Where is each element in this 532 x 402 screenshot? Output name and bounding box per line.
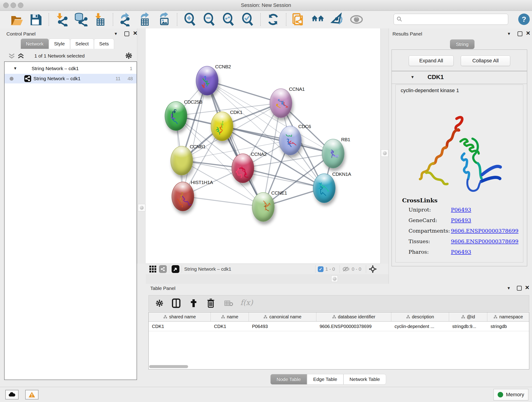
share-view-icon[interactable] bbox=[159, 265, 167, 273]
export-table-icon[interactable] bbox=[138, 13, 152, 26]
network-collection-row[interactable]: ▼ String Network – cdk1 1 bbox=[5, 64, 137, 73]
edge-CCNB2-HIST1H1A[interactable] bbox=[183, 80, 207, 196]
right-splitter-handle[interactable] bbox=[381, 149, 388, 157]
home-layout-icon[interactable] bbox=[311, 13, 325, 26]
node-CDK1[interactable] bbox=[211, 112, 233, 141]
expand-all-icon[interactable] bbox=[17, 53, 24, 59]
float-results-icon[interactable] bbox=[518, 32, 522, 36]
collapse-table-icon[interactable]: ▼ bbox=[507, 286, 511, 291]
tab-network-table[interactable]: Network Table bbox=[343, 374, 386, 385]
crosslink-value-link[interactable]: P06493 bbox=[451, 249, 471, 255]
float-table-icon[interactable] bbox=[517, 286, 522, 291]
search-input[interactable] bbox=[403, 16, 508, 22]
table-cell[interactable]: CDK1 bbox=[149, 322, 211, 331]
node-CDKN1A[interactable] bbox=[313, 173, 336, 203]
node-CCNB1[interactable] bbox=[171, 146, 193, 175]
collapse-all-button[interactable]: Collapse All bbox=[461, 56, 510, 66]
tab-node-table[interactable]: Node Table bbox=[270, 374, 307, 385]
tab-network[interactable]: Network bbox=[21, 38, 49, 49]
left-splitter-handle[interactable] bbox=[138, 204, 145, 211]
table-options-gear-icon[interactable] bbox=[155, 299, 164, 307]
create-column-icon[interactable] bbox=[189, 298, 198, 308]
tab-style[interactable]: Style bbox=[49, 38, 70, 49]
column-header-name[interactable]: name bbox=[211, 313, 249, 322]
expand-all-button[interactable]: Expand All bbox=[409, 56, 454, 66]
collapse-protein-icon[interactable]: ▼ bbox=[411, 75, 414, 80]
table-horizontal-scrollbar[interactable] bbox=[149, 365, 188, 368]
network-row-selected[interactable]: String Network – cdk1 11 48 bbox=[5, 74, 137, 83]
tab-select[interactable]: Select bbox=[70, 38, 94, 49]
node-CCNE1[interactable] bbox=[252, 192, 274, 222]
tab-sets[interactable]: Sets bbox=[94, 38, 114, 49]
left-splitter[interactable] bbox=[137, 28, 146, 264]
crosslink-value-link[interactable]: 9606.ENSP00000378699 bbox=[451, 238, 519, 244]
zoom-out-icon[interactable] bbox=[202, 13, 216, 26]
float-panel-icon[interactable] bbox=[124, 32, 129, 36]
memory-button[interactable]: Memory bbox=[494, 389, 528, 400]
collapse-results-icon[interactable]: ▼ bbox=[507, 32, 511, 36]
column-header-@id[interactable]: @id bbox=[449, 313, 487, 322]
table-cell[interactable]: 9606.ENSP00000378699 bbox=[317, 322, 391, 331]
show-columns-icon[interactable] bbox=[172, 298, 181, 308]
edge-CCNB2-CCNE1[interactable] bbox=[207, 80, 263, 207]
table-cell[interactable]: cyclin-dependent ... bbox=[391, 322, 449, 331]
tree-expand-icon[interactable]: ▼ bbox=[13, 64, 17, 73]
column-header-shared-name[interactable]: shared name bbox=[149, 313, 211, 322]
export-network-icon[interactable] bbox=[118, 13, 133, 26]
column-header-database-identifier[interactable]: database identifier bbox=[317, 313, 391, 322]
network-canvas[interactable]: CCNB2CCNA1CDC25BCDK1CDC6RB1CCNB1CCNA2CDK… bbox=[146, 28, 380, 264]
zoom-selected-icon[interactable] bbox=[240, 13, 255, 26]
import-network-file-icon[interactable] bbox=[54, 13, 69, 26]
show-all-icon[interactable] bbox=[349, 13, 364, 26]
node-HIST1H1A[interactable] bbox=[172, 182, 194, 211]
zoom-in-icon[interactable] bbox=[182, 13, 197, 26]
import-network-database-icon[interactable] bbox=[73, 13, 88, 26]
node-table[interactable]: shared namenamecanonical namedatabase id… bbox=[148, 312, 529, 370]
bottom-splitter-handle[interactable] bbox=[331, 275, 338, 282]
hide-selected-icon[interactable] bbox=[330, 13, 345, 26]
export-image-icon[interactable] bbox=[157, 13, 171, 26]
zoom-fit-icon[interactable] bbox=[221, 13, 235, 26]
close-results-icon[interactable]: ✕ bbox=[526, 30, 530, 36]
crosslink-value-link[interactable]: P06493 bbox=[451, 217, 471, 223]
refresh-icon[interactable] bbox=[266, 13, 280, 26]
table-cell[interactable]: stringdb:9... bbox=[449, 322, 487, 331]
birds-eye-view-icon[interactable] bbox=[172, 265, 179, 273]
right-splitter[interactable] bbox=[380, 28, 389, 264]
delete-column-icon[interactable] bbox=[206, 298, 215, 308]
node-CCNB2[interactable] bbox=[196, 66, 218, 95]
table-cell[interactable]: stringdb bbox=[487, 322, 529, 331]
column-header-namespace[interactable]: namespace bbox=[487, 313, 529, 322]
open-session-icon[interactable] bbox=[9, 13, 24, 26]
edge-CDK1-RB1[interactable] bbox=[222, 126, 333, 153]
collapse-all-icon[interactable] bbox=[8, 53, 15, 59]
edge-HIST1H1A-CCNE1[interactable] bbox=[183, 196, 263, 207]
node-CDC6[interactable] bbox=[279, 126, 302, 155]
tab-string[interactable]: String bbox=[450, 39, 475, 49]
import-table-icon[interactable] bbox=[93, 13, 107, 26]
column-header-description[interactable]: description bbox=[391, 313, 449, 322]
selected-checkbox-icon[interactable]: ✓ bbox=[318, 266, 323, 272]
collapse-panel-icon[interactable]: ▼ bbox=[114, 32, 118, 36]
delete-table-icon[interactable] bbox=[224, 300, 234, 307]
search-box[interactable] bbox=[394, 14, 508, 25]
close-table-icon[interactable]: ✕ bbox=[525, 284, 530, 291]
column-header-canonical-name[interactable]: canonical name bbox=[249, 313, 317, 322]
node-CCNA2[interactable] bbox=[232, 153, 254, 183]
help-button[interactable]: ? bbox=[518, 13, 530, 25]
node-CCNA1[interactable] bbox=[270, 89, 292, 118]
warnings-button[interactable] bbox=[25, 390, 38, 400]
table-cell[interactable]: P06493 bbox=[249, 322, 317, 331]
node-RB1[interactable] bbox=[322, 139, 344, 168]
crosslink-value-link[interactable]: 9606.ENSP00000378699 bbox=[451, 228, 519, 234]
tab-edge-table[interactable]: Edge Table bbox=[307, 374, 343, 385]
fit-content-crosshair-icon[interactable] bbox=[368, 265, 377, 274]
table-cell[interactable]: CDK1 bbox=[211, 322, 249, 331]
crosslink-value-link[interactable]: P06493 bbox=[451, 207, 471, 213]
grid-view-icon[interactable] bbox=[149, 265, 157, 273]
save-session-icon[interactable] bbox=[28, 13, 43, 26]
network-options-gear-icon[interactable] bbox=[125, 52, 133, 60]
node-CDC25B[interactable] bbox=[165, 101, 187, 131]
duplicate-network-icon[interactable] bbox=[291, 13, 306, 26]
cloud-button[interactable] bbox=[5, 390, 19, 400]
